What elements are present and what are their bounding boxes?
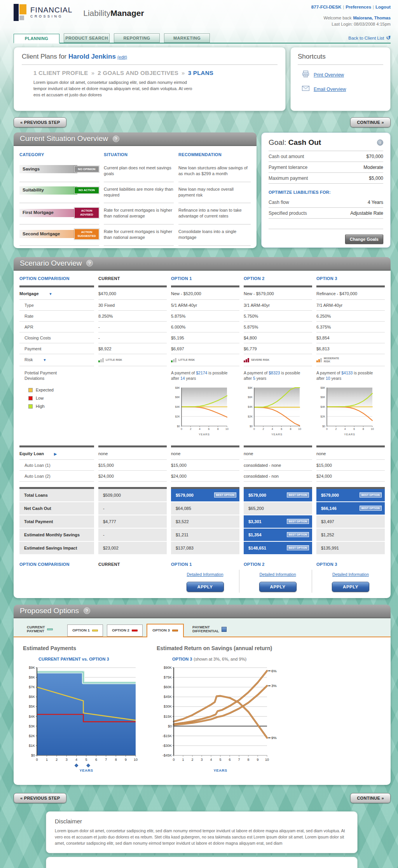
legend-payment-differential: PAYMENT DIFFERENTIAL bbox=[189, 623, 243, 637]
legend-swatch bbox=[172, 630, 178, 631]
back-to-client-list-link[interactable]: Back to Client List↺ bbox=[348, 35, 391, 43]
legend-option-1[interactable]: OPTION 1 bbox=[67, 624, 103, 637]
legend-label: Low bbox=[36, 396, 44, 400]
disclaimer-card: Disclaimer Lorem ipsum dolor sit amet, c… bbox=[46, 811, 358, 853]
equity-value: none bbox=[171, 447, 239, 460]
apply-button-option-1[interactable]: APPLY bbox=[187, 582, 224, 592]
detailed-information-link[interactable]: Detailed Information bbox=[260, 572, 296, 577]
previous-step-button[interactable]: « PREVIOUS STEP bbox=[14, 117, 66, 127]
tab-planning[interactable]: PLANNING bbox=[14, 34, 59, 43]
detail-value: $8,922 bbox=[98, 343, 167, 354]
deviation-note: A payment of $8323 is possible after 5 y… bbox=[244, 370, 306, 383]
detailed-information-link[interactable]: Detailed Information bbox=[187, 572, 223, 577]
summary-best-value: $66,146 bbox=[321, 506, 337, 511]
apply-button-option-2[interactable]: APPLY bbox=[259, 582, 297, 592]
tab-reporting[interactable]: REPORTING bbox=[114, 33, 160, 43]
plan-step-3: 3 PLANS bbox=[188, 70, 213, 76]
svg-text:8: 8 bbox=[290, 428, 292, 430]
next-card-peek bbox=[46, 857, 358, 868]
brand-crossing: CROSSING bbox=[30, 14, 72, 18]
summary-best-value: $148,651 bbox=[248, 546, 266, 550]
apply-button-option-3[interactable]: APPLY bbox=[332, 582, 369, 592]
detailed-information-link[interactable]: Detailed Information bbox=[332, 572, 369, 577]
header-links: 877-FCI-DESK|Preferences|Logout bbox=[311, 5, 391, 9]
svg-text:8: 8 bbox=[217, 428, 219, 430]
risk-group-toggle[interactable]: Risk▼ bbox=[19, 354, 94, 366]
scenario-header: Scenario Overview? bbox=[14, 257, 391, 271]
recommendation-cell: Consolidate loans into a single mortgage bbox=[178, 224, 251, 246]
deviation-option-3: A payment of $4133 is possible after 10 … bbox=[316, 366, 385, 440]
estimated-returns-chart: 6%3%9%$90K$75K$60K$45K$30K$15K$0-$15K-$3… bbox=[157, 664, 282, 773]
help-icon[interactable]: ? bbox=[113, 136, 119, 142]
category-bar: Second Mortgage bbox=[19, 230, 77, 238]
loan-value: $24,000 bbox=[316, 471, 385, 482]
svg-text:YEARS: YEARS bbox=[79, 768, 93, 772]
svg-text:$60K: $60K bbox=[164, 685, 172, 689]
preferences-link[interactable]: Preferences bbox=[346, 5, 371, 9]
svg-text:8: 8 bbox=[363, 428, 364, 430]
info-icon[interactable]: i bbox=[377, 139, 383, 146]
summary-label-total-payment: Total Payment bbox=[19, 515, 94, 528]
legend-swatch bbox=[47, 628, 53, 630]
goal-row-value: Moderate bbox=[363, 165, 383, 170]
continue-button[interactable]: CONTINUE » bbox=[350, 793, 391, 803]
status-badge: ACTION ADVISED bbox=[74, 207, 99, 218]
category-bar: First Mortgage bbox=[19, 209, 77, 217]
summary-label-net-cash-out: Net Cash Out bbox=[19, 502, 94, 515]
continue-button[interactable]: CONTINUE » bbox=[350, 117, 391, 127]
scenario-column-header: OPTION COMPARISION bbox=[19, 275, 94, 285]
summary-label-estimated-monthly-savings: Estimated Monthly Savings bbox=[19, 529, 94, 541]
optimize-row-specified-products: Specified productsAdjustable Rate bbox=[269, 208, 383, 219]
help-icon[interactable]: ? bbox=[86, 260, 93, 266]
legend-swatch bbox=[28, 404, 33, 409]
svg-text:9%: 9% bbox=[271, 736, 277, 740]
edit-client-link[interactable]: (edit) bbox=[117, 55, 127, 59]
summary-value: $23,002 bbox=[98, 542, 167, 554]
shortcut-email-overview[interactable]: Email Overview bbox=[302, 85, 383, 93]
summary-value: $579,000BEST OPTION bbox=[244, 489, 312, 501]
detail-value: $6,697 bbox=[171, 343, 239, 354]
legend-swatch bbox=[28, 388, 33, 392]
tab-marketing[interactable]: MARKETING bbox=[164, 33, 210, 43]
loan-value: $24,000 bbox=[98, 471, 167, 482]
returns-chart: 6%3%9%$90K$75K$60K$45K$30K$15K$0-$15K-$3… bbox=[157, 664, 282, 775]
svg-text:1: 1 bbox=[46, 758, 48, 762]
help-icon[interactable]: ? bbox=[84, 607, 90, 614]
deviation-chart: $8K$6K$4K$2K$00246810YEARS bbox=[171, 386, 239, 438]
change-goals-button[interactable]: Change Goals bbox=[345, 235, 383, 244]
summary-value: $3,497 bbox=[316, 515, 385, 528]
shortcuts-card: Shortcuts Print OverviewEmail Overview bbox=[290, 47, 391, 111]
summary-value: $3,301BEST OPTION bbox=[244, 515, 312, 528]
scenario-column-header: CURRENT bbox=[98, 275, 167, 285]
payments-chart-title: Estimated Payments bbox=[23, 645, 140, 651]
svg-text:$2K: $2K bbox=[175, 415, 180, 417]
previous-step-button[interactable]: « PREVIOUS STEP bbox=[14, 793, 66, 803]
equity-group-toggle[interactable]: Equity Loan▶ bbox=[19, 447, 94, 460]
legend-option-3[interactable]: OPTION 3 bbox=[147, 624, 184, 637]
legend-option-2[interactable]: OPTION 2 bbox=[107, 624, 143, 637]
svg-text:10: 10 bbox=[265, 758, 269, 762]
status-badge: NO ACTION bbox=[74, 187, 99, 194]
deviation-option-2: A payment of $8323 is possible after 5 y… bbox=[244, 366, 312, 440]
shortcuts-title: Shortcuts bbox=[298, 53, 383, 61]
detail-value: 6.000% bbox=[171, 322, 239, 332]
shortcut-print-overview[interactable]: Print Overview bbox=[302, 70, 383, 79]
detailed-information-cell: Detailed Information bbox=[316, 570, 385, 578]
mortgage-value: New - $579,000 bbox=[244, 287, 312, 300]
logout-link[interactable]: Logout bbox=[375, 5, 391, 9]
best-option-badge: BEST OPTION bbox=[360, 492, 382, 497]
detail-value: 5/1 ARM-40yr bbox=[171, 300, 239, 311]
tab-product-search[interactable]: PRODUCT SEARCH bbox=[64, 33, 110, 43]
loan-value: consolidated - non bbox=[244, 471, 312, 482]
legend-label: CURRENT PAYMENT bbox=[27, 625, 45, 634]
detail-value: 5.875% bbox=[244, 322, 312, 332]
goal-row-label: Cash out amount bbox=[269, 154, 304, 159]
chevron-down-icon: ▼ bbox=[43, 358, 46, 362]
situation-column-header: SITUATION bbox=[104, 151, 174, 161]
detail-value: $3,854 bbox=[316, 332, 385, 343]
goal-row-label: Maximum payment bbox=[269, 176, 308, 181]
svg-text:6: 6 bbox=[208, 428, 209, 430]
svg-text:$0: $0 bbox=[322, 424, 325, 427]
svg-text:$6K: $6K bbox=[29, 695, 35, 699]
mortgage-group-toggle[interactable]: Mortgage▼ bbox=[19, 287, 94, 300]
